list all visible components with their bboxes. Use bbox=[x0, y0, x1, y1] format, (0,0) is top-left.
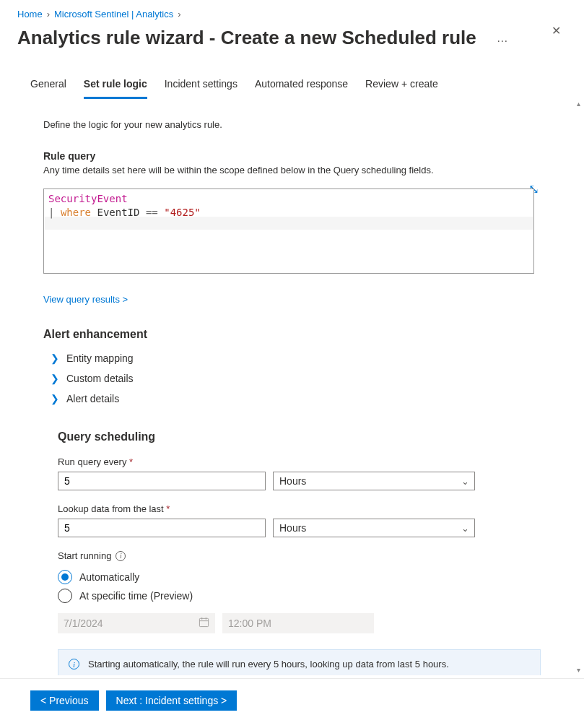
page-title: Analytics rule wizard - Create a new Sch… bbox=[17, 27, 476, 49]
start-time-field: 12:00 PM bbox=[222, 613, 374, 633]
breadcrumb-separator-icon: › bbox=[178, 9, 180, 20]
chevron-right-icon: ❯ bbox=[51, 352, 59, 364]
tab-automated-response[interactable]: Automated response bbox=[255, 72, 348, 99]
accordion-entity-mapping[interactable]: ❯ Entity mapping bbox=[43, 348, 541, 368]
calendar-icon bbox=[199, 617, 209, 630]
content: Define the logic for your new analytics … bbox=[0, 99, 584, 675]
code-token: SecurityEvent bbox=[48, 193, 128, 204]
alert-enhancement-title: Alert enhancement bbox=[43, 328, 541, 341]
accordion-label: Custom details bbox=[66, 373, 134, 384]
tabs: General Set rule logic Incident settings… bbox=[0, 58, 584, 99]
more-actions-icon[interactable]: … bbox=[497, 32, 509, 45]
schedule-info-banner: i Starting automatically, the rule will … bbox=[58, 649, 541, 675]
code-token: where bbox=[61, 207, 91, 218]
title-row: Analytics rule wizard - Create a new Sch… bbox=[0, 22, 584, 58]
breadcrumb: Home › Microsoft Sentinel | Analytics › bbox=[0, 0, 584, 22]
close-icon[interactable]: ✕ bbox=[546, 21, 567, 40]
chevron-right-icon: ❯ bbox=[51, 393, 59, 404]
radio-automatically[interactable] bbox=[58, 570, 72, 584]
query-scheduling-title: Query scheduling bbox=[58, 430, 541, 443]
info-icon[interactable]: i bbox=[116, 551, 126, 561]
breadcrumb-home[interactable]: Home bbox=[17, 9, 43, 20]
radio-specific-time-row[interactable]: At specific time (Preview) bbox=[58, 589, 541, 603]
main-scroll-area[interactable]: Define the logic for your new analytics … bbox=[0, 99, 584, 675]
tab-general[interactable]: General bbox=[30, 72, 66, 99]
accordion-label: Alert details bbox=[66, 393, 119, 404]
accordion-custom-details[interactable]: ❯ Custom details bbox=[43, 368, 541, 389]
svg-rect-0 bbox=[199, 618, 208, 626]
previous-button[interactable]: < Previous bbox=[30, 690, 99, 711]
lookup-value-input[interactable] bbox=[58, 519, 266, 537]
rule-query-sub: Any time details set here will be within… bbox=[43, 165, 541, 176]
intro-text: Define the logic for your new analytics … bbox=[43, 119, 541, 130]
code-token: "4625" bbox=[164, 207, 201, 218]
accordion-label: Entity mapping bbox=[66, 352, 134, 364]
radio-automatically-row[interactable]: Automatically bbox=[58, 570, 541, 584]
banner-text: Starting automatically, the rule will ru… bbox=[88, 659, 449, 670]
breadcrumb-separator-icon: › bbox=[47, 9, 50, 20]
run-every-label: Run query every * bbox=[58, 456, 541, 467]
info-icon: i bbox=[69, 659, 79, 670]
rule-query-title: Rule query bbox=[43, 150, 541, 162]
radio-label: At specific time (Preview) bbox=[79, 590, 193, 602]
breadcrumb-sentinel[interactable]: Microsoft Sentinel | Analytics bbox=[54, 9, 173, 20]
run-every-value-input[interactable] bbox=[58, 472, 266, 490]
next-button[interactable]: Next : Incident settings > bbox=[106, 690, 237, 711]
radio-label: Automatically bbox=[79, 571, 139, 583]
accordion-alert-details[interactable]: ❯ Alert details bbox=[43, 389, 541, 409]
tab-review-create[interactable]: Review + create bbox=[365, 72, 438, 99]
code-token: == bbox=[146, 207, 158, 218]
view-query-results-link[interactable]: View query results > bbox=[43, 294, 128, 305]
start-date-field: 7/1/2024 bbox=[58, 613, 215, 633]
radio-specific-time[interactable] bbox=[58, 589, 72, 603]
run-every-unit-select[interactable]: Hours bbox=[273, 472, 475, 490]
lookup-label: Lookup data from the last * bbox=[58, 503, 541, 514]
lookup-unit-select[interactable]: Hours bbox=[273, 519, 475, 537]
chevron-right-icon: ❯ bbox=[51, 373, 59, 384]
code-token: EventID bbox=[97, 207, 139, 218]
code-token: | bbox=[48, 207, 54, 218]
tab-incident-settings[interactable]: Incident settings bbox=[165, 72, 237, 99]
start-running-label: Start running i bbox=[58, 550, 541, 561]
footer: < Previous Next : Incident settings > bbox=[0, 678, 584, 728]
query-editor[interactable]: SecurityEvent | where EventID == "4625" bbox=[43, 188, 534, 274]
tab-set-rule-logic[interactable]: Set rule logic bbox=[84, 72, 147, 99]
